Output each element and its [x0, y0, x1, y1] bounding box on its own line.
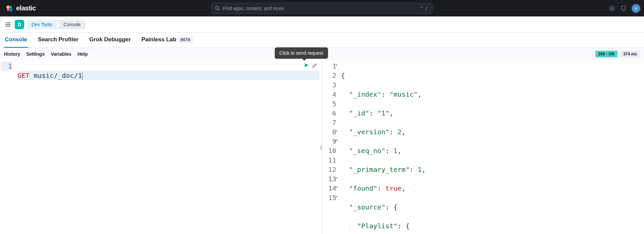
- request-method: GET: [17, 72, 30, 80]
- tab-search-profiler[interactable]: Search Profiler: [37, 33, 79, 48]
- space-selector[interactable]: D: [15, 20, 24, 29]
- request-editor[interactable]: GET music/_doc/1: [15, 60, 322, 234]
- header-right: e: [609, 4, 640, 12]
- response-pane: || 1 2 3 4 5 6 7 8 9 10 11 12 13 14 15 {…: [322, 60, 644, 234]
- search-kbd-hint: ^ /: [419, 6, 429, 11]
- search-box[interactable]: ^ /: [211, 3, 433, 14]
- svg-line-5: [218, 9, 220, 10]
- search-icon: [215, 6, 220, 11]
- breadcrumb-devtools[interactable]: Dev Tools: [28, 20, 57, 29]
- request-path: music/_doc/1: [34, 72, 82, 80]
- response-viewer[interactable]: { "_index": "music", "_id": "1", "_versi…: [338, 60, 644, 234]
- tabs-bar: Console Search Profiler Grok Debugger Pa…: [0, 33, 644, 48]
- breadcrumb-bar: D Dev Tools Console: [0, 16, 644, 33]
- send-request-icon[interactable]: [304, 62, 309, 68]
- status-badge: 200 - OK: [595, 51, 618, 57]
- svg-point-6: [610, 6, 614, 11]
- breadcrumb: Dev Tools Console: [28, 20, 86, 29]
- svg-point-2: [7, 8, 10, 11]
- request-actions: Click to send request: [304, 62, 318, 68]
- help-button[interactable]: Help: [77, 51, 88, 57]
- settings-button[interactable]: Settings: [26, 51, 45, 57]
- history-button[interactable]: History: [4, 51, 20, 57]
- elastic-logo-icon: [5, 4, 13, 12]
- newsfeed-icon[interactable]: [621, 5, 627, 11]
- variables-button[interactable]: Variables: [51, 51, 71, 57]
- nav-hamburger-icon[interactable]: [5, 21, 11, 28]
- beta-badge: BETA: [178, 37, 193, 42]
- svg-point-4: [216, 6, 219, 9]
- breadcrumb-console[interactable]: Console: [57, 20, 85, 29]
- timing-badge: 374 ms: [620, 51, 640, 57]
- cursor: [82, 73, 83, 80]
- tab-painless-lab[interactable]: Painless Lab BETA: [141, 33, 193, 48]
- tab-grok-debugger[interactable]: Grok Debugger: [89, 33, 131, 48]
- editor-area: 1 GET music/_doc/1 Click to send request…: [0, 60, 644, 234]
- search-input[interactable]: [223, 6, 416, 11]
- user-avatar[interactable]: e: [632, 4, 640, 12]
- svg-point-0: [6, 5, 10, 9]
- brand-text: elastic: [16, 4, 36, 12]
- send-tooltip: Click to send request: [275, 47, 328, 59]
- response-gutter: 1 2 3 4 5 6 7 8 9 10 11 12 13 14 15: [322, 60, 338, 234]
- top-header: elastic ^ / e: [0, 0, 644, 16]
- request-pane: 1 GET music/_doc/1 Click to send request: [0, 60, 322, 234]
- svg-point-3: [9, 8, 13, 12]
- global-search: ^ /: [211, 3, 433, 14]
- tab-console[interactable]: Console: [4, 33, 28, 48]
- brand-logo[interactable]: elastic: [5, 4, 36, 12]
- split-handle-icon[interactable]: ||: [320, 144, 321, 150]
- svg-point-7: [611, 7, 613, 9]
- wrench-icon[interactable]: [312, 62, 318, 68]
- svg-point-1: [9, 6, 12, 8]
- gear-icon[interactable]: [609, 5, 615, 11]
- request-gutter: 1: [0, 60, 15, 234]
